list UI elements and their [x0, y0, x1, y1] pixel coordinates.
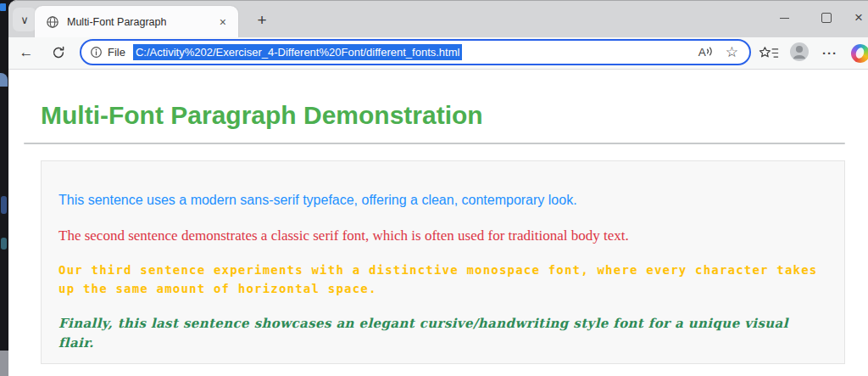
address-bar[interactable]: File C:/Activity%202/Exerciser_4-Differe…	[80, 39, 751, 65]
background-blue-accent	[0, 3, 6, 11]
copilot-icon	[854, 47, 865, 59]
sound-waves-icon	[706, 46, 713, 57]
page-title: Multi-Font Paragraph Demonstration	[41, 101, 845, 130]
refresh-button[interactable]	[46, 40, 71, 65]
star-icon: ☆	[726, 44, 738, 60]
globe-favicon-icon	[46, 15, 59, 29]
background-taskbar-fragment	[0, 351, 8, 376]
browser-window: ∨ Multi-Font Paragraph × +	[8, 0, 868, 376]
address-bar-actions: A ☆	[698, 45, 738, 59]
read-aloud-button[interactable]: A	[698, 46, 713, 59]
sans-serif-paragraph: This sentence uses a modern sans-serif t…	[58, 190, 827, 210]
plus-icon: +	[257, 11, 266, 30]
maximize-icon	[821, 13, 832, 23]
favorites-list-icon	[759, 46, 779, 60]
screen: ∨ Multi-Font Paragraph × +	[0, 0, 868, 376]
window-maximize-button[interactable]	[815, 1, 837, 35]
file-protocol-chip[interactable]: File	[108, 46, 125, 59]
add-favorite-button[interactable]: ☆	[726, 45, 738, 59]
window-close-button[interactable]: ×	[854, 1, 868, 35]
settings-and-more-button[interactable]: ···	[819, 42, 841, 64]
browser-tab[interactable]: Multi-Font Paragraph ×	[35, 6, 238, 38]
read-aloud-icon: A	[698, 46, 706, 59]
profile-button[interactable]	[788, 41, 810, 63]
favorites-hub-button[interactable]	[758, 42, 780, 64]
minimize-icon	[780, 18, 789, 19]
avatar-icon	[788, 41, 810, 63]
horizontal-rule	[24, 143, 845, 144]
tab-strip: ∨ Multi-Font Paragraph × +	[8, 0, 868, 37]
background-icon-blob	[1, 196, 7, 214]
chevron-down-icon: ∨	[20, 14, 29, 26]
serif-paragraph: The second sentence demonstrates a class…	[58, 225, 827, 246]
window-minimize-button[interactable]	[773, 1, 795, 35]
web-page-content: Multi-Font Paragraph Demonstration This …	[8, 101, 868, 376]
font-demo-box: This sentence uses a modern sans-serif t…	[41, 160, 845, 364]
background-window-strip	[0, 0, 8, 376]
refresh-icon	[52, 46, 65, 59]
background-icon-blob	[1, 238, 7, 250]
tab-actions-menu-button[interactable]: ∨	[13, 8, 36, 31]
tab-title: Multi-Font Paragraph	[67, 16, 166, 28]
cursive-paragraph: Finally, this last sentence showcases an…	[58, 314, 827, 353]
monospace-paragraph: Our third sentence experiments with a di…	[58, 261, 827, 298]
info-icon	[90, 46, 103, 59]
copilot-button[interactable]	[851, 44, 868, 63]
url-text-selected[interactable]: C:/Activity%202/Exerciser_4-Different%20…	[133, 44, 462, 60]
new-tab-button[interactable]: +	[251, 9, 273, 31]
close-icon: ×	[854, 9, 863, 26]
back-button[interactable]: ←	[14, 40, 39, 65]
tab-close-button[interactable]: ×	[216, 14, 230, 30]
browser-toolbar: ← File C:/Activity%202/Exerciser_4-Diffe…	[8, 37, 868, 70]
back-arrow-icon: ←	[19, 44, 34, 61]
background-window-corner	[0, 73, 8, 87]
ellipsis-icon: ···	[822, 46, 837, 60]
close-icon: ×	[220, 15, 226, 29]
